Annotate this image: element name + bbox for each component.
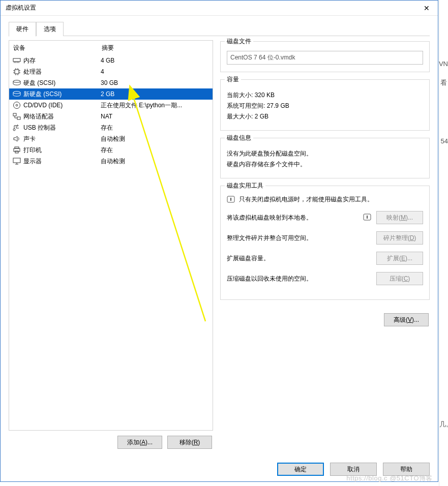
tab-underline xyxy=(9,36,430,36)
advanced-row: 高级(V)... xyxy=(220,307,430,326)
map-button: 映射(M)... xyxy=(376,211,423,224)
expand-button: 扩展(E)... xyxy=(376,252,423,265)
device-row[interactable]: 硬盘 (SCSI)30 GB xyxy=(9,77,213,88)
defrag-button: 碎片整理(D) xyxy=(376,231,423,245)
device-label: USB 控制器 xyxy=(23,124,101,132)
device-value: 正在使用文件 E:\python一期... xyxy=(101,101,213,110)
titlebar: 虚拟机设置 ✕ xyxy=(1,1,438,16)
device-value: 存在 xyxy=(101,124,213,132)
ok-button[interactable]: 确定 xyxy=(277,463,324,476)
col-device: 设备 xyxy=(13,44,102,52)
printer-icon xyxy=(12,146,21,154)
disk-icon xyxy=(12,79,21,87)
compact-button: 压缩(C) xyxy=(376,272,423,285)
device-row[interactable]: 新硬盘 (SCSI)2 GB xyxy=(9,88,213,100)
svg-rect-19 xyxy=(17,117,20,119)
svg-point-14 xyxy=(13,80,20,82)
tool-row-defrag: 整理文件碎片并整合可用空间。 碎片整理(D) xyxy=(227,231,423,245)
capacity-free: 系统可用空间: 27.9 GB xyxy=(227,102,423,110)
svg-rect-18 xyxy=(13,113,16,116)
cd-icon xyxy=(12,101,21,109)
disk-info-line2: 硬盘内容存储在多个文件中。 xyxy=(227,160,423,169)
device-value: 自动检测 xyxy=(101,157,213,166)
device-row[interactable]: 网络适配器NAT xyxy=(9,111,213,122)
legend-disk-info: 磁盘信息 xyxy=(225,134,253,142)
display-icon xyxy=(12,157,21,165)
expand-desc: 扩展磁盘容量。 xyxy=(227,254,371,263)
capacity-current: 当前大小: 320 KB xyxy=(227,91,423,100)
legend-capacity: 容量 xyxy=(225,75,241,84)
content-area: 设备 摘要 内存4 GB处理器4硬盘 (SCSI)30 GB新硬盘 (SCSI)… xyxy=(1,36,438,457)
device-value: 4 GB xyxy=(101,57,213,64)
device-row[interactable]: 显示器自动检测 xyxy=(9,156,213,167)
capacity-max: 最大大小: 2 GB xyxy=(227,112,423,121)
group-utilities: 磁盘实用工具 只有关闭虚拟机电源时，才能使用磁盘实用工具。 将该虚拟机磁盘映射到… xyxy=(220,186,430,300)
disk-icon xyxy=(12,90,21,98)
device-row[interactable]: USB 控制器存在 xyxy=(9,122,213,133)
watermark: https://blog.c @51CTO博客 xyxy=(346,474,433,483)
tool-row-compact: 压缩磁盘以回收未使用的空间。 压缩(C) xyxy=(227,272,423,285)
info-icon xyxy=(363,214,371,222)
legend-utilities: 磁盘实用工具 xyxy=(225,181,265,190)
tab-hardware[interactable]: 硬件 xyxy=(9,22,36,37)
group-disk-file: 磁盘文件 CentOS 7 64 位-0.vmdk xyxy=(220,41,430,72)
device-label: 网络适配器 xyxy=(23,112,101,121)
svg-rect-24 xyxy=(13,158,20,163)
network-icon xyxy=(12,112,21,120)
remove-button[interactable]: 移除(R) xyxy=(167,436,212,449)
device-value: 存在 xyxy=(101,146,213,155)
add-button[interactable]: 添加(A)... xyxy=(117,436,162,449)
device-label: 打印机 xyxy=(23,146,101,155)
sound-icon xyxy=(12,135,21,143)
memory-icon xyxy=(12,56,21,65)
bg-text: 54 xyxy=(441,137,448,145)
right-panel: 磁盘文件 CentOS 7 64 位-0.vmdk 容量 当前大小: 320 K… xyxy=(220,40,430,451)
device-row[interactable]: CD/DVD (IDE)正在使用文件 E:\python一期... xyxy=(9,100,213,111)
svg-point-16 xyxy=(14,102,20,109)
utilities-note: 只有关闭虚拟机电源时，才能使用磁盘实用工具。 xyxy=(227,195,423,204)
advanced-button[interactable]: 高级(V)... xyxy=(384,313,429,326)
svg-rect-30 xyxy=(367,216,368,219)
group-disk-info: 磁盘信息 没有为此硬盘预分配磁盘空间。 硬盘内容存储在多个文件中。 xyxy=(220,138,430,178)
compact-desc: 压缩磁盘以回收未使用的空间。 xyxy=(227,275,371,283)
info-icon xyxy=(227,196,235,204)
vm-settings-dialog: 虚拟机设置 ✕ 硬件 选项 设备 摘要 内存4 GB处理器4硬盘 (SCSI)3… xyxy=(0,0,438,482)
disk-file-value: CentOS 7 64 位-0.vmdk xyxy=(227,51,423,65)
tool-row-expand: 扩展磁盘容量。 扩展(E)... xyxy=(227,252,423,265)
tab-options[interactable]: 选项 xyxy=(36,22,64,36)
bg-text: 几, xyxy=(439,420,448,429)
device-row[interactable]: 内存4 GB xyxy=(9,55,213,66)
disk-info-line1: 没有为此硬盘预分配磁盘空间。 xyxy=(227,149,423,158)
utilities-note-text: 只有关闭虚拟机电源时，才能使用磁盘实用工具。 xyxy=(239,195,373,204)
bg-text: VN xyxy=(439,60,448,68)
left-buttons: 添加(A)... 移除(R) xyxy=(9,431,213,451)
close-button[interactable]: ✕ xyxy=(415,1,438,16)
device-value: 自动检测 xyxy=(101,135,213,143)
device-row[interactable]: 打印机存在 xyxy=(9,144,213,156)
device-value: 2 GB xyxy=(101,90,213,98)
device-row[interactable]: 声卡自动检测 xyxy=(9,133,213,144)
legend-disk-file: 磁盘文件 xyxy=(225,37,253,46)
svg-rect-0 xyxy=(13,58,20,62)
device-label: 硬盘 (SCSI) xyxy=(23,79,101,87)
svg-rect-28 xyxy=(230,198,231,201)
device-row[interactable]: 处理器4 xyxy=(9,66,213,77)
group-capacity: 容量 当前大小: 320 KB 系统可用空间: 27.9 GB 最大大小: 2 … xyxy=(220,79,430,131)
col-summary: 摘要 xyxy=(102,44,213,52)
window-title: 虚拟机设置 xyxy=(6,4,415,12)
svg-point-17 xyxy=(16,104,18,106)
list-header: 设备 摘要 xyxy=(9,41,213,55)
left-panel: 设备 摘要 内存4 GB处理器4硬盘 (SCSI)30 GB新硬盘 (SCSI)… xyxy=(9,40,213,451)
device-value: 30 GB xyxy=(101,79,213,86)
device-label: 新硬盘 (SCSI) xyxy=(23,90,101,99)
tab-row: 硬件 选项 xyxy=(1,16,438,36)
device-label: 内存 xyxy=(23,56,101,65)
list-rows: 内存4 GB处理器4硬盘 (SCSI)30 GB新硬盘 (SCSI)2 GBCD… xyxy=(9,55,213,430)
device-list: 设备 摘要 内存4 GB处理器4硬盘 (SCSI)30 GB新硬盘 (SCSI)… xyxy=(9,40,213,431)
bg-text: 看 xyxy=(440,78,447,87)
tool-row-map: 将该虚拟机磁盘映射到本地卷。 映射(M)... xyxy=(227,211,423,224)
device-value: 4 xyxy=(101,68,213,75)
svg-point-15 xyxy=(13,92,20,94)
cpu-icon xyxy=(12,68,21,76)
background-window: VN 看 54 几, xyxy=(439,0,448,486)
